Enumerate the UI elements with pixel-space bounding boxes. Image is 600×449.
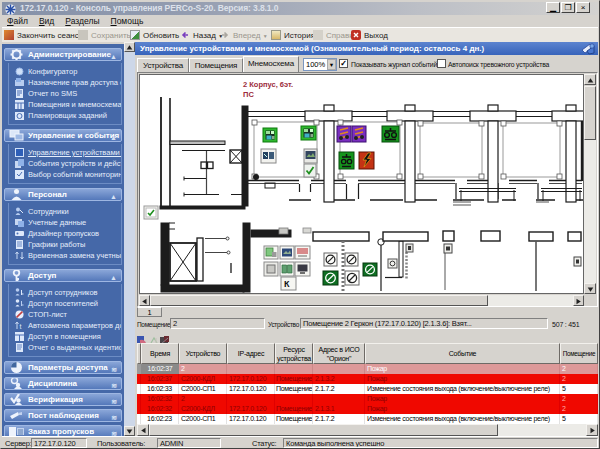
svg-text:К: К [284, 279, 290, 289]
svg-text:ПС: ПС [243, 90, 254, 99]
svg-text:t: t [20, 323, 22, 330]
svg-text:2 Корпус, 6эт.: 2 Корпус, 6эт. [243, 80, 293, 89]
